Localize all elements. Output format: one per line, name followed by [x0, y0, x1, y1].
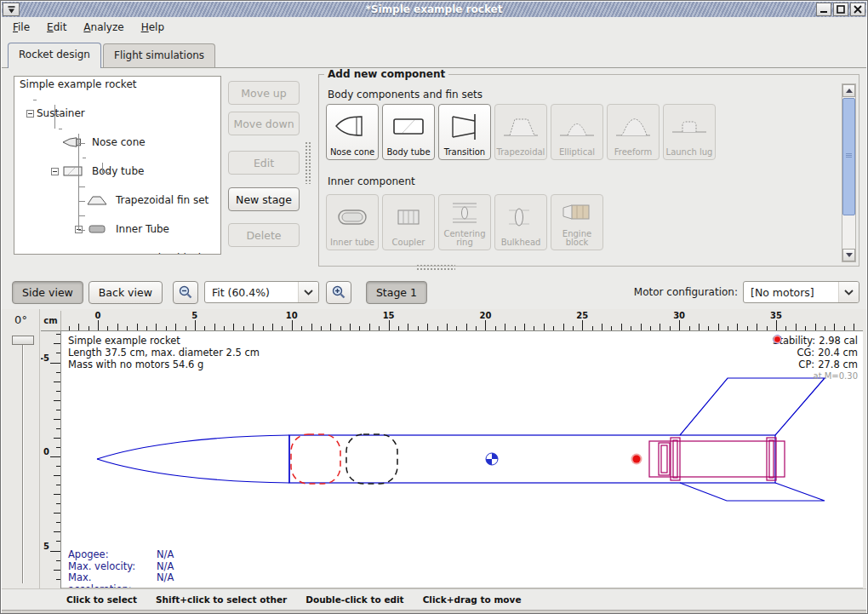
ruler-tick	[54, 475, 60, 476]
ruler-tick	[156, 324, 157, 330]
add-transition-button[interactable]: Transition	[438, 104, 491, 160]
back-view-button[interactable]: Back view	[89, 281, 163, 304]
rotation-control-column: 0°	[2, 309, 40, 588]
rocket-figure-area: 0° cm 05101520253035 -505	[2, 309, 866, 588]
rotation-slider-handle[interactable]	[12, 336, 34, 345]
ruler-tick	[54, 438, 60, 439]
tree-item-trapezoidal-fin-set[interactable]: Trapezoidal fin set	[14, 193, 220, 208]
tree-item-label: Engine block	[139, 251, 204, 255]
centeringring-icon	[446, 195, 483, 230]
ruler-tick	[796, 324, 797, 330]
flight-data-row: Apogee:N/A	[68, 549, 174, 561]
edit-button[interactable]: Edit	[228, 151, 300, 175]
ruler-tick	[650, 326, 651, 330]
ruler-tick	[466, 324, 467, 330]
add-coupler-button[interactable]: Coupler	[382, 194, 435, 250]
scroll-down-icon[interactable]	[842, 249, 855, 261]
tab-rocket-design[interactable]: Rocket design	[8, 43, 101, 68]
ruler-tick	[54, 343, 60, 344]
add-nose-cone-button[interactable]: Nose cone	[326, 104, 379, 160]
menu-help[interactable]: Help	[134, 20, 172, 35]
tree-item-nose-cone[interactable]: Nose cone	[14, 135, 220, 150]
menu-analyze[interactable]: Analyze	[76, 20, 131, 35]
tree-item-body-tube[interactable]: Body tube	[14, 164, 220, 179]
rotation-slider-track[interactable]	[22, 345, 24, 583]
scrollbar-thumb[interactable]	[842, 98, 855, 215]
add-inner-tube-button[interactable]: Inner tube	[326, 194, 379, 250]
ruler-tick	[369, 324, 370, 330]
ruler-tick	[54, 513, 60, 514]
add-body-tube-button[interactable]: Body tube	[382, 104, 435, 160]
component-scrollbar[interactable]	[842, 83, 856, 262]
scroll-up-icon[interactable]	[842, 84, 855, 97]
top-fin[interactable]	[680, 378, 825, 435]
menu-edit[interactable]: Edit	[39, 20, 74, 35]
fin-icon	[86, 195, 108, 205]
motor-configuration-select[interactable]: [No motors]	[743, 281, 859, 303]
zoom-out-button[interactable]	[173, 281, 198, 304]
zoom-select[interactable]: Fit (60.4%)	[204, 281, 319, 303]
title-bar[interactable]: *Simple example rocket	[2, 2, 866, 17]
ruler-label: 0	[89, 311, 106, 320]
cp-marker	[631, 454, 642, 465]
cp-label: CP:	[798, 359, 814, 370]
mass-component-marker[interactable]	[346, 434, 397, 484]
ruler-tick	[670, 326, 671, 330]
magnifier-minus-icon	[178, 284, 193, 300]
add-bulkhead-button[interactable]: Bulkhead	[494, 194, 547, 250]
ruler-tick	[718, 324, 719, 330]
new-stage-button[interactable]: New stage	[228, 187, 300, 211]
side-view-button[interactable]: Side view	[12, 281, 83, 304]
tree-item-label: Trapezoidal fin set	[116, 193, 208, 208]
tab-flight-simulations[interactable]: Flight simulations	[103, 43, 215, 67]
rocket-outline[interactable]	[97, 378, 825, 501]
tree-collapse-icon[interactable]	[51, 168, 59, 175]
component-tree[interactable]: Simple example rocketSustainerNose coneB…	[14, 76, 221, 255]
bodytube-icon	[390, 105, 427, 148]
stage-1-toggle[interactable]: Stage 1	[366, 281, 427, 304]
transition-icon	[446, 105, 483, 148]
vertical-splitter[interactable]	[305, 141, 311, 184]
rocket-canvas[interactable]: Simple example rocket Length 37.5 cm, ma…	[61, 331, 863, 588]
add-launch-lug-button[interactable]: Launch lug	[663, 104, 716, 160]
close-icon[interactable]	[850, 3, 865, 16]
move-down-button[interactable]: Move down	[228, 112, 300, 135]
add-elliptical-button[interactable]: Elliptical	[551, 104, 603, 160]
rocket-dimensions: Length 37.5 cm, max. diameter 2.5 cm	[68, 347, 260, 359]
ruler-tick	[427, 324, 428, 330]
innertube-icon	[334, 195, 371, 238]
tree-item-simple-example-rocket[interactable]: Simple example rocket	[14, 77, 220, 92]
ruler-tick	[563, 324, 564, 330]
nosecone-icon	[62, 137, 84, 147]
zoom-in-button[interactable]	[326, 281, 351, 304]
add-trapezoidal-button[interactable]: Trapezoidal	[494, 104, 547, 160]
ruler-tick	[844, 326, 845, 330]
ruler-label: 10	[283, 311, 300, 320]
ruler-tick	[127, 326, 128, 330]
add-freeform-button[interactable]: Freeform	[607, 104, 660, 160]
ruler-tick	[54, 382, 60, 382]
flight-data-row: Max. acceleration:N/A	[68, 572, 174, 588]
minimize-icon[interactable]	[816, 3, 831, 16]
maximize-icon[interactable]	[833, 3, 848, 16]
add-engine-block-button[interactable]: Engine block	[551, 194, 603, 250]
parachute-marker[interactable]	[291, 434, 340, 484]
mach-note: at M=0.30	[773, 370, 858, 382]
menu-file[interactable]: File	[5, 20, 37, 35]
component-button-label: Freeform	[614, 148, 653, 157]
tree-item-sustainer[interactable]: Sustainer	[14, 106, 220, 121]
ruler-tick	[854, 324, 854, 330]
stage-action-buttons: Move upMove downEditNew stageDelete	[228, 76, 301, 247]
ruler-label: 15	[380, 311, 397, 320]
tree-collapse-icon[interactable]	[26, 110, 34, 118]
ruler-tick	[98, 320, 99, 330]
finell-icon	[558, 105, 596, 148]
ruler-label: 35	[768, 311, 785, 320]
bottom-fin[interactable]	[680, 483, 825, 501]
delete-button[interactable]: Delete	[228, 223, 300, 247]
add-centering-ring-button[interactable]: Centering ring	[438, 194, 491, 250]
motor-mount[interactable]	[649, 438, 785, 480]
tree-item-engine-block[interactable]: Engine block	[14, 251, 220, 255]
tree-item-inner-tube[interactable]: Inner Tube	[14, 222, 220, 237]
move-up-button[interactable]: Move up	[228, 81, 300, 105]
